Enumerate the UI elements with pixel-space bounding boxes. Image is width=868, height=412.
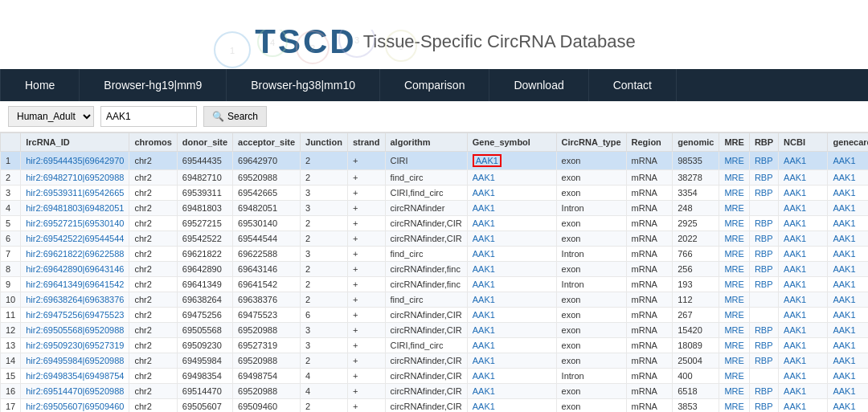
ncbi-cell[interactable]: AAK1 — [779, 216, 828, 231]
organism-select[interactable]: Human_Adult Human_Fetal Mouse_Adult Mous… — [8, 106, 94, 127]
mre-cell[interactable]: MRE — [719, 338, 749, 353]
genecards-cell[interactable]: AAK1 — [828, 338, 868, 353]
ncbi-cell[interactable]: AAK1 — [779, 399, 828, 413]
gene-symbol-cell[interactable]: AAK1 — [467, 201, 556, 216]
genecards-cell[interactable]: AAK1 — [828, 323, 868, 338]
ncbi-cell[interactable]: AAK1 — [779, 338, 828, 353]
lrcrna-id-cell[interactable]: hir2:69514470|69520988 — [21, 384, 129, 399]
genecards-cell[interactable]: AAK1 — [828, 152, 868, 170]
rbp-cell[interactable]: RBP — [749, 277, 778, 292]
gene-symbol-cell[interactable]: AAK1 — [467, 170, 556, 186]
genecards-cell[interactable]: AAK1 — [828, 277, 868, 292]
ncbi-cell[interactable]: AAK1 — [779, 384, 828, 399]
nav-browser-hg19[interactable]: Browser-hg19|mm9 — [80, 69, 227, 101]
genecards-cell[interactable]: AAK1 — [828, 231, 868, 247]
nav-browser-hg38[interactable]: Browser-hg38|mm10 — [227, 69, 380, 101]
mre-cell[interactable]: MRE — [719, 201, 749, 216]
genecards-cell[interactable]: AAK1 — [828, 262, 868, 277]
rbp-cell[interactable]: RBP — [749, 399, 778, 413]
genecards-cell[interactable]: AAK1 — [828, 399, 868, 413]
rbp-cell[interactable] — [749, 369, 778, 384]
results-table-container[interactable]: lrcRNA_ID chromos donor_site acceptor_si… — [0, 133, 868, 412]
rbp-cell[interactable]: RBP — [749, 216, 778, 231]
lrcrna-id-cell[interactable]: hir2:69621822|69622588 — [21, 247, 129, 262]
lrcrna-id-cell[interactable]: hir2:69475256|69475523 — [21, 308, 129, 323]
gene-symbol-cell[interactable]: AAK1 — [467, 323, 556, 338]
lrcrna-id-cell[interactable]: hir2:69481803|69482051 — [21, 201, 129, 216]
genecards-cell[interactable]: AAK1 — [828, 247, 868, 262]
genecards-cell[interactable]: AAK1 — [828, 353, 868, 369]
mre-cell[interactable]: MRE — [719, 399, 749, 413]
mre-cell[interactable]: MRE — [719, 353, 749, 369]
ncbi-cell[interactable]: AAK1 — [779, 353, 828, 369]
lrcrna-id-cell[interactable]: hir2:69642890|69643146 — [21, 262, 129, 277]
gene-symbol-cell[interactable]: AAK1 — [467, 231, 556, 247]
gene-symbol-cell[interactable]: AAK1 — [467, 277, 556, 292]
gene-symbol-cell[interactable]: AAK1 — [467, 186, 556, 201]
mre-cell[interactable]: MRE — [719, 308, 749, 323]
gene-symbol-cell[interactable]: AAK1 — [467, 152, 556, 170]
rbp-cell[interactable]: RBP — [749, 338, 778, 353]
gene-symbol-cell[interactable]: AAK1 — [467, 216, 556, 231]
rbp-cell[interactable]: RBP — [749, 247, 778, 262]
genecards-cell[interactable]: AAK1 — [828, 170, 868, 186]
mre-cell[interactable]: MRE — [719, 384, 749, 399]
mre-cell[interactable]: MRE — [719, 262, 749, 277]
gene-symbol-cell[interactable]: AAK1 — [467, 308, 556, 323]
rbp-cell[interactable]: RBP — [749, 384, 778, 399]
lrcrna-id-cell[interactable]: hir2:69505607|69509460 — [21, 399, 129, 413]
nav-home[interactable]: Home — [0, 69, 80, 101]
ncbi-cell[interactable]: AAK1 — [779, 369, 828, 384]
rbp-cell[interactable]: RBP — [749, 152, 778, 170]
rbp-cell[interactable] — [749, 308, 778, 323]
ncbi-cell[interactable]: AAK1 — [779, 231, 828, 247]
mre-cell[interactable]: MRE — [719, 186, 749, 201]
gene-symbol-cell[interactable]: AAK1 — [467, 262, 556, 277]
lrcrna-id-cell[interactable]: hir2:69638264|69638376 — [21, 292, 129, 308]
mre-cell[interactable]: MRE — [719, 323, 749, 338]
ncbi-cell[interactable]: AAK1 — [779, 323, 828, 338]
mre-cell[interactable]: MRE — [719, 277, 749, 292]
gene-symbol-cell[interactable]: AAK1 — [467, 369, 556, 384]
lrcrna-id-cell[interactable]: hir2:69505568|69520988 — [21, 323, 129, 338]
gene-symbol-cell[interactable]: AAK1 — [467, 292, 556, 308]
genecards-cell[interactable]: AAK1 — [828, 384, 868, 399]
mre-cell[interactable]: MRE — [719, 231, 749, 247]
lrcrna-id-cell[interactable]: hir2:69641349|69641542 — [21, 277, 129, 292]
search-button[interactable]: 🔍 Search — [203, 106, 267, 127]
genecards-cell[interactable]: AAK1 — [828, 186, 868, 201]
mre-cell[interactable]: MRE — [719, 170, 749, 186]
ncbi-cell[interactable]: AAK1 — [779, 292, 828, 308]
ncbi-cell[interactable]: AAK1 — [779, 186, 828, 201]
gene-symbol-cell[interactable]: AAK1 — [467, 384, 556, 399]
rbp-cell[interactable]: RBP — [749, 262, 778, 277]
ncbi-cell[interactable]: AAK1 — [779, 262, 828, 277]
lrcrna-id-cell[interactable]: hir2:69539311|69542665 — [21, 186, 129, 201]
rbp-cell[interactable] — [749, 201, 778, 216]
gene-symbol-cell[interactable]: AAK1 — [467, 247, 556, 262]
genecards-cell[interactable]: AAK1 — [828, 201, 868, 216]
ncbi-cell[interactable]: AAK1 — [779, 152, 828, 170]
gene-symbol-cell[interactable]: AAK1 — [467, 338, 556, 353]
lrcrna-id-cell[interactable]: hir2:69542522|69544544 — [21, 231, 129, 247]
ncbi-cell[interactable]: AAK1 — [779, 201, 828, 216]
gene-search-input[interactable] — [100, 106, 197, 127]
rbp-cell[interactable]: RBP — [749, 353, 778, 369]
rbp-cell[interactable]: RBP — [749, 231, 778, 247]
lrcrna-id-cell[interactable]: hir2:69498354|69498754 — [21, 369, 129, 384]
mre-cell[interactable]: MRE — [719, 369, 749, 384]
rbp-cell[interactable]: RBP — [749, 186, 778, 201]
rbp-cell[interactable]: RBP — [749, 323, 778, 338]
mre-cell[interactable]: MRE — [719, 292, 749, 308]
lrcrna-id-cell[interactable]: hir2:69482710|69520988 — [21, 170, 129, 186]
rbp-cell[interactable] — [749, 292, 778, 308]
gene-symbol-cell[interactable]: AAK1 — [467, 399, 556, 413]
nav-contact[interactable]: Contact — [589, 69, 677, 101]
lrcrna-id-cell[interactable]: hir2:69495984|69520988 — [21, 353, 129, 369]
nav-download[interactable]: Download — [489, 69, 588, 101]
ncbi-cell[interactable]: AAK1 — [779, 308, 828, 323]
lrcrna-id-cell[interactable]: hir2:69544435|69642970 — [21, 152, 129, 170]
mre-cell[interactable]: MRE — [719, 216, 749, 231]
genecards-cell[interactable]: AAK1 — [828, 292, 868, 308]
gene-symbol-cell[interactable]: AAK1 — [467, 353, 556, 369]
